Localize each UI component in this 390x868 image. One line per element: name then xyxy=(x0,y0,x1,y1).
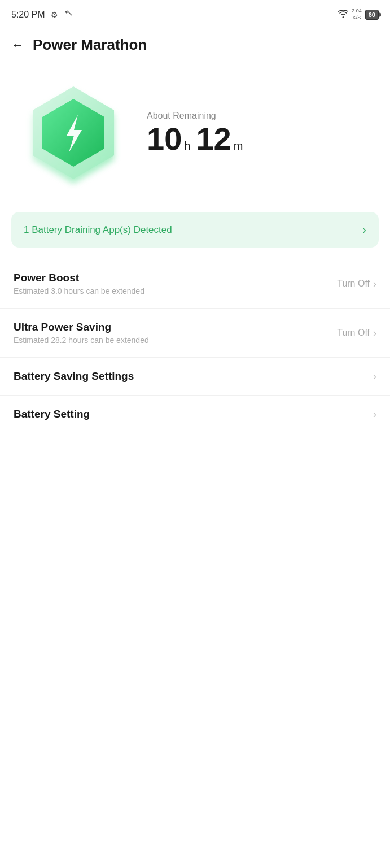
power-boost-chevron: › xyxy=(373,278,376,290)
status-left: 5:20 PM ⚙ xyxy=(11,10,73,20)
time-h-label: h xyxy=(184,140,190,153)
page-title: Power Marathon xyxy=(33,36,147,54)
time-hours: 10 xyxy=(147,123,182,155)
alert-banner-chevron: › xyxy=(362,223,366,236)
battery-hex-icon xyxy=(17,76,130,189)
hero-section: About Remaining 10 h 12 m xyxy=(0,65,390,206)
time-display: 10 h 12 m xyxy=(147,123,373,155)
power-boost-item[interactable]: Power Boost Estimated 3.0 hours can be e… xyxy=(0,259,390,309)
ultra-power-saving-title: Ultra Power Saving xyxy=(14,321,337,333)
status-bar: 5:20 PM ⚙ 2.04 K/S 60 xyxy=(0,0,390,27)
battery-saving-settings-right: › xyxy=(373,371,376,383)
battery-saving-settings-item[interactable]: Battery Saving Settings › xyxy=(0,358,390,396)
time-m-label: m xyxy=(234,140,243,153)
data-speed: 2.04 K/S xyxy=(352,8,362,21)
battery-setting-title: Battery Setting xyxy=(14,408,373,420)
battery-saving-settings-left: Battery Saving Settings xyxy=(14,370,373,383)
ultra-power-saving-item[interactable]: Ultra Power Saving Estimated 28.2 hours … xyxy=(0,309,390,358)
power-boost-left: Power Boost Estimated 3.0 hours can be e… xyxy=(14,272,337,296)
header: ← Power Marathon xyxy=(0,27,390,65)
settings-status-icon: ⚙ xyxy=(51,10,58,19)
power-boost-subtitle: Estimated 3.0 hours can be extended xyxy=(14,287,337,296)
battery-saving-settings-chevron: › xyxy=(373,371,376,383)
battery-saving-settings-title: Battery Saving Settings xyxy=(14,370,373,383)
about-remaining-label: About Remaining xyxy=(147,111,373,121)
ultra-power-saving-left: Ultra Power Saving Estimated 28.2 hours … xyxy=(14,321,337,345)
power-boost-title: Power Boost xyxy=(14,272,337,284)
battery-setting-left: Battery Setting xyxy=(14,408,373,420)
time-minutes: 12 xyxy=(196,123,231,155)
wifi-icon xyxy=(338,10,348,20)
power-boost-right: Turn Off › xyxy=(337,278,376,290)
menu-section: Power Boost Estimated 3.0 hours can be e… xyxy=(0,259,390,433)
status-time: 5:20 PM xyxy=(11,10,45,20)
alert-banner-text: 1 Battery Draining App(s) Detected xyxy=(24,224,172,236)
ultra-power-saving-subtitle: Estimated 28.2 hours can be extended xyxy=(14,336,337,345)
ultra-power-saving-action: Turn Off xyxy=(337,328,370,338)
battery-setting-right: › xyxy=(373,409,376,420)
battery-setting-chevron: › xyxy=(373,409,376,420)
battery-draining-apps-banner[interactable]: 1 Battery Draining App(s) Detected › xyxy=(11,212,379,248)
battery-setting-item[interactable]: Battery Setting › xyxy=(0,396,390,433)
status-right: 2.04 K/S 60 xyxy=(338,8,379,21)
battery-indicator: 60 xyxy=(365,10,379,20)
ultra-power-saving-chevron: › xyxy=(373,327,376,339)
battery-time-info: About Remaining 10 h 12 m xyxy=(147,111,373,155)
ultra-power-saving-right: Turn Off › xyxy=(337,327,376,339)
back-button[interactable]: ← xyxy=(11,38,24,53)
cast-status-icon xyxy=(64,10,73,20)
power-boost-action: Turn Off xyxy=(337,279,370,289)
